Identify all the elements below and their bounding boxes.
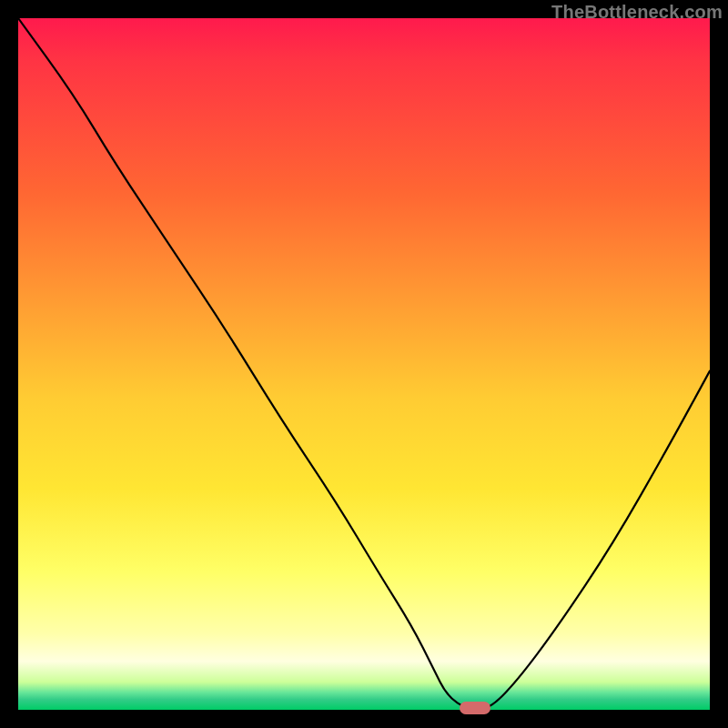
chart-container: TheBottleneck.com [0,0,728,728]
plot-area [18,18,710,710]
curve-svg [18,18,710,710]
optimal-marker [460,702,490,714]
bottleneck-curve [18,18,710,710]
